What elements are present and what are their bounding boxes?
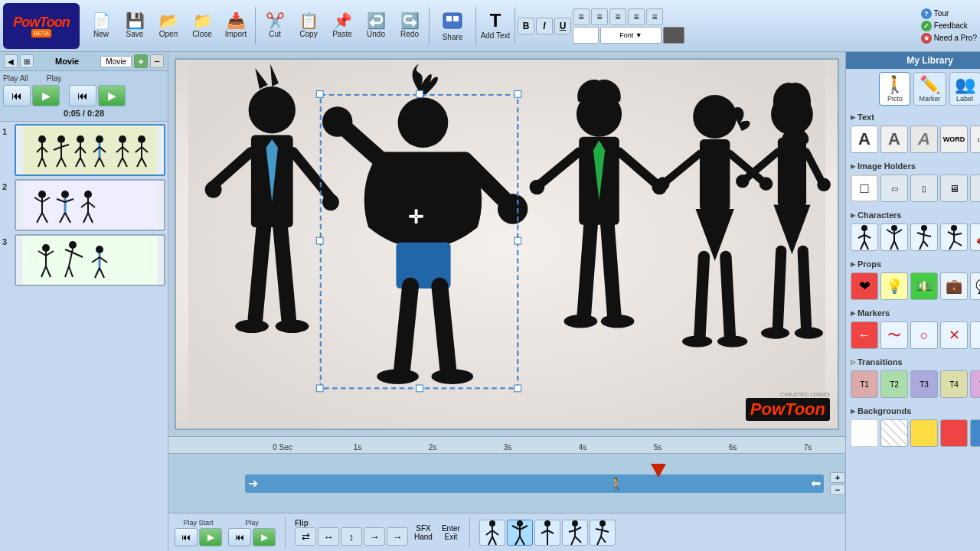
marker-arrow[interactable]: ← xyxy=(851,321,878,349)
paste-button[interactable]: 📌 Paste xyxy=(325,5,359,47)
save-button[interactable]: 💾 Save xyxy=(118,5,152,47)
section-backgrounds-header[interactable]: ▶ Backgrounds xyxy=(851,405,980,417)
prop-heart[interactable]: ❤ xyxy=(851,272,878,300)
zoom-in-button[interactable]: + xyxy=(830,472,845,483)
italic-button[interactable]: I xyxy=(536,18,553,34)
section-image-holders-header[interactable]: ▶ Image Holders xyxy=(851,160,980,172)
prop-briefcase[interactable]: 💼 xyxy=(940,272,968,300)
holder-monitor[interactable]: 🖥 xyxy=(940,174,968,202)
play-all-rewind-button[interactable]: ⏮ xyxy=(3,85,31,106)
more-align-button[interactable]: ≡ xyxy=(646,8,663,25)
bottom-play-rewind2-button[interactable]: ⏮ xyxy=(228,528,251,546)
holder-mobile[interactable]: 📱 xyxy=(970,174,980,202)
marker-x[interactable]: ✕ xyxy=(940,321,968,349)
bg-yellow[interactable] xyxy=(910,419,938,447)
play-rewind-button[interactable]: ⏮ xyxy=(69,85,96,106)
add-text-button[interactable]: T Add Text xyxy=(479,5,512,47)
prop-money[interactable]: 💵 xyxy=(910,272,938,300)
cut-button[interactable]: ✂️ Cut xyxy=(258,5,292,47)
undo-button[interactable]: ↩️ Undo xyxy=(359,5,393,47)
bottom-play2-button[interactable]: ▶ xyxy=(253,528,276,546)
prop-bulb[interactable]: 💡 xyxy=(880,272,908,300)
trans-5[interactable]: T5 xyxy=(970,370,980,398)
flip-h-button[interactable]: ↔ xyxy=(318,527,339,546)
align-left-button[interactable]: ≡ xyxy=(573,8,590,25)
new-button[interactable]: 📄 New xyxy=(84,5,118,47)
section-characters-header[interactable]: ▶ Characters xyxy=(851,209,980,221)
add-slide-button[interactable]: + xyxy=(134,54,148,68)
bottom-rewind-button[interactable]: ⏮ xyxy=(175,528,198,546)
bg-pattern[interactable] xyxy=(880,419,908,447)
marker-circle[interactable]: ○ xyxy=(910,321,938,349)
font-size-box[interactable] xyxy=(573,27,599,44)
align-justify-button[interactable]: ≡ xyxy=(628,8,645,25)
redo-button[interactable]: ↪️ Redo xyxy=(393,5,426,47)
text-item-a3[interactable]: A xyxy=(910,126,938,153)
section-transitions-header[interactable]: ▷ Transitions xyxy=(851,356,980,368)
copy-button[interactable]: 📋 Copy xyxy=(292,5,325,47)
underline-button[interactable]: U xyxy=(554,18,571,34)
anim-figure-1[interactable] xyxy=(479,520,505,546)
section-text-header[interactable]: ▶ Text xyxy=(851,111,980,123)
feedback-button[interactable]: ✓ Feedback xyxy=(921,21,977,31)
trans-3[interactable]: T3 xyxy=(910,370,938,398)
slide-item-2[interactable]: 2 xyxy=(2,179,165,231)
close-button[interactable]: 📁 Close xyxy=(185,5,219,47)
font-family-dropdown[interactable]: Font ▼ xyxy=(600,27,662,44)
flip-horizontal-button[interactable]: ⇄ xyxy=(295,527,316,546)
slide-thumb-2[interactable] xyxy=(15,179,165,231)
char-kick[interactable] xyxy=(940,223,968,251)
char-car[interactable]: 🚗 xyxy=(970,223,980,251)
zoom-out-button[interactable]: − xyxy=(830,484,845,495)
flip-v-button[interactable]: ↕ xyxy=(341,527,362,546)
bg-white[interactable] xyxy=(851,419,878,447)
slide-item-1[interactable]: 1 xyxy=(2,124,165,176)
align-center-button[interactable]: ≡ xyxy=(591,8,608,25)
bottom-play-button[interactable]: ▶ xyxy=(199,528,222,546)
bg-red[interactable] xyxy=(940,419,968,447)
trans-4[interactable]: T4 xyxy=(940,370,968,398)
char-arms-up[interactable] xyxy=(880,223,908,251)
remove-slide-button[interactable]: − xyxy=(150,54,164,68)
holder-square[interactable]: □ xyxy=(851,174,878,202)
section-markers-header[interactable]: ▶ Markers xyxy=(851,307,980,319)
anim-back-button[interactable]: → xyxy=(387,527,408,546)
share-button[interactable]: Share xyxy=(432,5,473,47)
movie-type[interactable]: Movie xyxy=(100,56,132,67)
play-all-play-button[interactable]: ▶ xyxy=(32,85,60,106)
font-color-swatch[interactable] xyxy=(663,27,684,44)
char-stand[interactable] xyxy=(851,223,878,251)
play-play-button[interactable]: ▶ xyxy=(98,85,126,106)
marker-curve[interactable]: 〜 xyxy=(880,321,908,349)
timeline-arrow-left[interactable]: ➜ xyxy=(245,476,258,491)
text-item-word[interactable]: WORD xyxy=(940,126,968,153)
holder-rect[interactable]: ▭ xyxy=(880,174,908,202)
open-button[interactable]: 📂 Open xyxy=(152,5,185,47)
char-walk[interactable] xyxy=(910,223,938,251)
marker-check[interactable]: ✓ xyxy=(970,321,980,349)
movie-nav-left[interactable]: ◀ xyxy=(4,54,18,68)
anim-figure-4[interactable] xyxy=(562,520,588,546)
text-item-a1[interactable]: A xyxy=(851,126,878,153)
main-canvas[interactable]: ✛ xyxy=(175,58,839,430)
movie-nav-grid[interactable]: ⊞ xyxy=(20,54,34,68)
prop-bubble[interactable]: 💬 xyxy=(970,272,980,300)
anim-figure-3[interactable] xyxy=(534,520,560,546)
anim-forward-button[interactable]: → xyxy=(364,527,385,546)
text-item-a2[interactable]: A xyxy=(880,126,908,153)
slide-thumb-1[interactable] xyxy=(15,124,165,176)
anim-figure-5[interactable] xyxy=(590,520,616,546)
tab-picto[interactable]: 🚶 Picto xyxy=(879,72,910,106)
align-right-button[interactable]: ≡ xyxy=(609,8,626,25)
timeline-bar[interactable]: ➜ ⬅ 🚶 xyxy=(245,474,824,493)
tab-label[interactable]: 👥 Label xyxy=(949,72,981,106)
slide-thumb-3[interactable] xyxy=(15,234,165,286)
import-button[interactable]: 📥 Import xyxy=(219,5,253,47)
trans-2[interactable]: T2 xyxy=(880,370,908,398)
anim-figure-2[interactable] xyxy=(507,520,533,546)
tab-marker[interactable]: ✏️ Marker xyxy=(913,72,946,106)
section-props-header[interactable]: ▶ Props xyxy=(851,258,980,270)
holder-portrait[interactable]: ▯ xyxy=(910,174,938,202)
trans-1[interactable]: T1 xyxy=(851,370,878,398)
tour-button[interactable]: ? Tour xyxy=(921,8,977,19)
